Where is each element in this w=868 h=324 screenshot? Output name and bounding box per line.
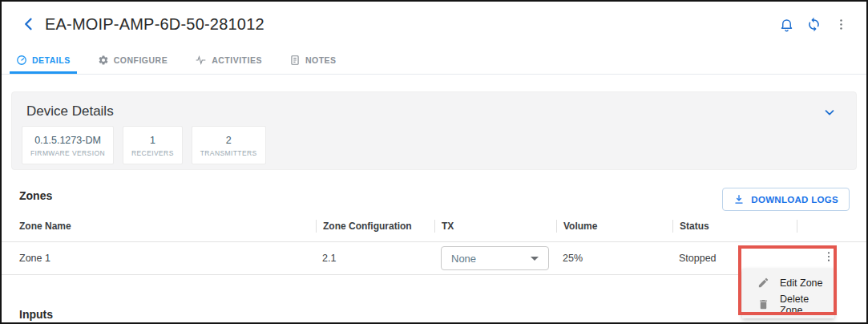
device-details-panel: Device Details 0.1.5.1273-DM FIRMWARE VE… bbox=[11, 91, 857, 170]
zones-table-header: Zone Name Zone Configuration TX Volume S… bbox=[2, 220, 866, 237]
tx-cell: None bbox=[441, 242, 563, 274]
zones-section-title: Zones bbox=[19, 189, 52, 202]
column-header-actions bbox=[797, 220, 853, 233]
header-actions bbox=[778, 16, 849, 32]
tab-configure[interactable]: CONFIGURE bbox=[95, 50, 172, 74]
download-logs-label: DOWNLOAD LOGS bbox=[751, 195, 838, 205]
column-header-zone-configuration: Zone Configuration bbox=[316, 220, 434, 233]
device-details-title: Device Details bbox=[26, 103, 114, 119]
column-header-status: Status bbox=[672, 220, 797, 233]
stat-card-firmware: 0.1.5.1273-DM FIRMWARE VERSION bbox=[22, 126, 114, 164]
pulse-icon bbox=[195, 55, 207, 66]
gear-icon bbox=[98, 55, 109, 66]
page-title: EA-MOIP-AMP-6D-50-281012 bbox=[45, 15, 264, 34]
tab-bar: DETAILS CONFIGURE ACTIVITIES NOTES bbox=[13, 50, 340, 74]
volume-cell: 25% bbox=[556, 242, 672, 274]
tx-selected-value: None bbox=[451, 253, 476, 265]
tab-activities[interactable]: ACTIVITIES bbox=[192, 50, 265, 74]
tabs-divider bbox=[2, 74, 866, 75]
stat-card-transmitters: 2 TRANSMITTERS bbox=[192, 126, 266, 164]
download-logs-button[interactable]: DOWNLOAD LOGS bbox=[722, 188, 850, 211]
device-stat-cards: 0.1.5.1273-DM FIRMWARE VERSION 1 RECEIVE… bbox=[22, 126, 266, 164]
note-icon bbox=[289, 55, 301, 66]
stat-value: 0.1.5.1273-DM bbox=[34, 135, 101, 146]
column-header-tx: TX bbox=[434, 220, 556, 233]
device-detail-page: EA-MOIP-AMP-6D-50-281012 bbox=[0, 0, 868, 324]
pencil-icon bbox=[757, 277, 770, 290]
tx-select[interactable]: None bbox=[441, 246, 549, 270]
menu-item-edit-zone[interactable]: Edit Zone bbox=[742, 272, 834, 294]
zone-configuration-cell: 2.1 bbox=[316, 242, 434, 274]
stat-value: 1 bbox=[150, 135, 155, 146]
menu-item-delete-zone[interactable]: Delete Zone bbox=[742, 294, 834, 315]
kebab-menu-icon bbox=[834, 18, 848, 31]
stat-card-receivers: 1 RECEIVERS bbox=[123, 126, 183, 164]
download-icon bbox=[733, 194, 745, 205]
trash-icon bbox=[757, 298, 770, 311]
zone-name-cell: Zone 1 bbox=[19, 242, 309, 274]
stat-value: 2 bbox=[226, 135, 232, 146]
collapse-panel-button[interactable] bbox=[822, 105, 837, 119]
tab-details[interactable]: DETAILS bbox=[13, 50, 74, 74]
tab-label: DETAILS bbox=[32, 55, 71, 65]
stat-label: FIRMWARE VERSION bbox=[30, 149, 105, 157]
page-header: EA-MOIP-AMP-6D-50-281012 bbox=[2, 2, 866, 47]
sync-button[interactable] bbox=[805, 16, 822, 32]
stat-label: TRANSMITTERS bbox=[200, 149, 257, 157]
bell-icon bbox=[779, 17, 794, 32]
inputs-section-title: Inputs bbox=[19, 308, 53, 321]
column-header-volume: Volume bbox=[556, 220, 672, 233]
tab-label: NOTES bbox=[305, 55, 337, 65]
dropdown-caret-icon bbox=[531, 257, 539, 261]
stat-label: RECEIVERS bbox=[131, 149, 174, 157]
header-more-button[interactable] bbox=[833, 16, 849, 32]
chevron-left-icon bbox=[21, 16, 37, 32]
column-header-zone-name: Zone Name bbox=[19, 220, 309, 233]
zone-row-actions-button[interactable] bbox=[821, 249, 837, 265]
menu-item-label: Edit Zone bbox=[780, 277, 823, 289]
tab-label: CONFIGURE bbox=[114, 55, 168, 65]
gauge-icon bbox=[16, 55, 27, 66]
table-row: Zone 1 2.1 None 25% Stopped bbox=[2, 242, 866, 274]
menu-item-label: Delete Zone bbox=[780, 294, 834, 316]
tab-label: ACTIVITIES bbox=[212, 55, 262, 65]
back-button[interactable] bbox=[19, 14, 38, 34]
zone-actions-menu: Edit Zone Delete Zone bbox=[742, 269, 834, 318]
sync-icon bbox=[806, 17, 822, 32]
tab-notes[interactable]: NOTES bbox=[286, 50, 340, 74]
notifications-button[interactable] bbox=[778, 16, 794, 32]
table-row-divider bbox=[2, 274, 739, 275]
chevron-down-icon bbox=[822, 105, 837, 119]
kebab-menu-icon bbox=[822, 250, 835, 263]
